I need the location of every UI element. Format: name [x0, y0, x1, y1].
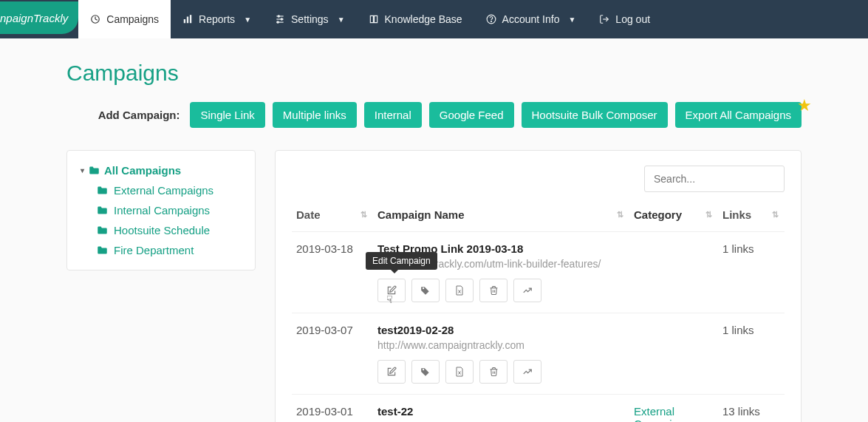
delete-button[interactable]	[479, 279, 508, 302]
brand-logo[interactable]: npaignTrackly	[0, 1, 78, 34]
file-excel-icon	[455, 285, 464, 296]
tree-item-label: Fire Department	[114, 244, 194, 256]
edit-button[interactable]	[377, 279, 406, 302]
tree-item-external-campaigns[interactable]: External Campaigns	[97, 184, 242, 197]
campaigns-table: Date ⇅ Campaign Name ⇅ Category ⇅ Link	[292, 203, 785, 422]
page-title: Campaigns	[66, 61, 802, 86]
cell-category	[629, 232, 718, 313]
table-row: 2019-03-01 test-22 http://www.campaigntr…	[292, 395, 785, 423]
svg-point-5	[278, 16, 279, 17]
internal-button[interactable]: Internal	[364, 102, 422, 128]
row-actions	[377, 360, 625, 384]
folder-icon	[97, 225, 108, 235]
edit-icon	[386, 285, 397, 296]
export-button[interactable]	[445, 360, 474, 384]
folder-icon	[97, 186, 108, 195]
svg-rect-3	[190, 15, 191, 23]
add-campaign-toolbar: Add Campaign: Single Link Multiple links…	[66, 102, 802, 128]
search-input[interactable]	[644, 166, 785, 192]
svg-point-7	[281, 18, 282, 20]
sliders-icon	[275, 14, 285, 24]
campaign-url: http://www.campaigntrackly.com	[377, 339, 625, 351]
hootsuite-bulk-button[interactable]: Hootsuite Bulk Composer	[522, 102, 668, 128]
multiple-links-button[interactable]: Multiple links	[273, 102, 357, 128]
cell-date: 2019-03-07	[292, 313, 373, 395]
folder-icon	[97, 205, 108, 215]
campaign-name[interactable]: test-22	[377, 405, 625, 418]
cell-links: 13 links	[718, 395, 785, 423]
cell-date: 2019-03-18	[292, 232, 373, 313]
single-link-button[interactable]: Single Link	[190, 102, 264, 128]
row-actions: Edit Campaign ☟	[377, 279, 625, 302]
export-button[interactable]	[445, 279, 474, 302]
nav-label: Campaigns	[106, 13, 159, 25]
brand-text: npaignTrackly	[0, 12, 68, 24]
top-navbar: npaignTrackly Campaigns Reports ▼ Settin…	[0, 0, 868, 38]
nav-settings[interactable]: Settings ▼	[263, 0, 357, 38]
edit-icon	[386, 367, 397, 377]
tree-item-hootsuite-schedule[interactable]: Hootsuite Schedule	[97, 224, 242, 236]
col-name-header[interactable]: Campaign Name ⇅	[373, 203, 629, 232]
sort-icon: ⇅	[360, 210, 367, 219]
google-feed-button[interactable]: Google Feed	[429, 102, 514, 128]
sort-icon: ⇅	[617, 210, 623, 219]
folder-icon	[89, 166, 100, 175]
nav-reports[interactable]: Reports ▼	[171, 0, 263, 38]
tags-button[interactable]	[411, 279, 440, 302]
logout-icon	[599, 14, 609, 24]
edit-button[interactable]	[377, 360, 406, 384]
file-excel-icon	[455, 367, 464, 377]
nav-account-info[interactable]: Account Info ▼	[474, 0, 588, 38]
tree-item-label: Hootsuite Schedule	[114, 224, 210, 236]
col-category-header[interactable]: Category ⇅	[629, 203, 718, 232]
toolbar-label: Add Campaign:	[98, 109, 180, 121]
nav-logout[interactable]: Log out	[587, 0, 662, 38]
cell-campaign: test-22 http://www.campaigntrackly.com	[373, 395, 629, 423]
cell-category	[629, 313, 718, 395]
delete-button[interactable]	[479, 360, 508, 384]
bar-chart-icon	[182, 14, 193, 24]
stats-button[interactable]	[513, 279, 541, 302]
tree-item-label: Internal Campaigns	[114, 204, 210, 217]
tags-button[interactable]	[411, 360, 440, 384]
campaign-name[interactable]: test2019-02-28	[377, 324, 625, 336]
chevron-down-icon: ▼	[568, 16, 575, 24]
nav-label: Account Info	[502, 13, 560, 25]
svg-point-9	[277, 21, 278, 23]
tree-item-fire-department[interactable]: Fire Department	[97, 244, 242, 256]
svg-rect-1	[184, 19, 185, 23]
tree-item-internal-campaigns[interactable]: Internal Campaigns	[97, 204, 242, 217]
nav-label: Reports	[199, 13, 235, 25]
export-all-button[interactable]: Export All Campaigns	[675, 102, 802, 128]
caret-down-icon: ▾	[81, 166, 84, 174]
cell-links: 1 links	[718, 232, 785, 313]
cell-date: 2019-03-01	[292, 395, 373, 423]
nav-knowledge-base[interactable]: Knowledge Base	[357, 0, 474, 38]
edit-tooltip: Edit Campaign	[366, 252, 437, 270]
tree-item-label: External Campaigns	[114, 184, 213, 197]
stats-button[interactable]	[513, 360, 541, 384]
nav-label: Log out	[615, 13, 650, 25]
cell-campaign: test2019-02-28 http://www.campaigntrackl…	[373, 313, 629, 395]
nav-label: Knowledge Base	[385, 13, 462, 25]
category-link[interactable]: External Campaigns	[634, 405, 690, 422]
dashboard-icon	[90, 14, 100, 24]
tags-icon	[420, 285, 431, 296]
folder-icon	[97, 245, 108, 255]
tree-root-all-campaigns[interactable]: ▾ All Campaigns	[81, 164, 242, 177]
trash-icon	[489, 285, 499, 296]
col-links-header[interactable]: Links ⇅	[718, 203, 785, 232]
chevron-down-icon: ▼	[244, 16, 251, 24]
campaigns-panel: Date ⇅ Campaign Name ⇅ Category ⇅ Link	[275, 150, 802, 422]
nav-campaigns[interactable]: Campaigns	[78, 0, 171, 38]
nav-label: Settings	[291, 13, 329, 25]
col-date-header[interactable]: Date ⇅	[292, 203, 373, 232]
table-row: 2019-03-07 test2019-02-28 http://www.cam…	[292, 313, 785, 395]
cell-category: External Campaigns	[629, 395, 718, 423]
tree-root-label: All Campaigns	[104, 164, 181, 177]
trash-icon	[489, 367, 499, 377]
svg-point-11	[491, 21, 491, 21]
book-icon	[369, 14, 379, 24]
sort-icon: ⇅	[772, 210, 779, 219]
campaign-tree-sidebar: ▾ All Campaigns External Campaigns Inter…	[66, 150, 256, 270]
